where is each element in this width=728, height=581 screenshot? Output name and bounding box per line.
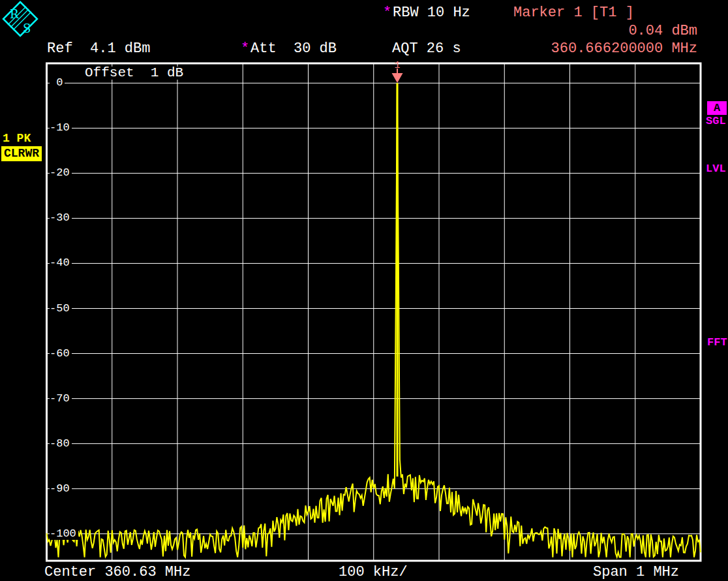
logo-letter-s: S	[23, 22, 31, 35]
y-axis-label: -30	[50, 212, 72, 224]
rbw-readout: RBW 10 Hz	[393, 6, 470, 20]
y-axis-label: -90	[50, 483, 72, 495]
marker-level-readout: 0.04 dBm	[628, 24, 697, 38]
trace-mode-badge: CLRWR	[1, 146, 42, 161]
y-axis-label: -50	[50, 303, 72, 315]
screen-a-badge: A	[707, 101, 727, 115]
aqt-readout: AQT 26 s	[392, 42, 461, 55]
spectrum-plot: 1	[0, 0, 728, 581]
rbw-coupled-star: *	[383, 6, 391, 20]
attenuation-readout: Att 30 dB	[250, 42, 337, 55]
single-sweep-annunciator: SGL	[706, 116, 726, 127]
y-axis-label: 0	[50, 77, 65, 89]
y-axis-label: -70	[50, 393, 72, 405]
marker-frequency-readout: 360.666200000 MHz	[551, 42, 697, 55]
y-axis-label: -80	[50, 438, 72, 450]
y-axis-label: -20	[50, 167, 72, 179]
span-label: Span 1 MHz	[593, 565, 679, 579]
y-axis-label: -100	[50, 528, 78, 540]
marker-1-number: 1	[395, 60, 401, 71]
trace-detector-label: 1 PK	[3, 132, 31, 145]
y-axis-label: -10	[50, 122, 72, 134]
marker-title: Marker 1 [T1 ]	[513, 6, 634, 20]
level-annunciator: LVL	[706, 163, 726, 174]
spectrum-analyzer-screen: { "header": { "rbw_star": "*", "rbw": "R…	[0, 0, 728, 581]
scale-per-division-label: 100 kHz/	[339, 565, 408, 579]
y-axis-label: -40	[50, 257, 72, 269]
ref-offset-label: Offset 1 dB	[82, 67, 186, 80]
ref-level-readout: Ref 4.1 dBm	[47, 42, 150, 55]
fft-annunciator: FFT	[707, 337, 727, 348]
rs-logo-icon: R S	[1, 0, 39, 38]
marker-1-triangle-icon	[392, 73, 403, 83]
center-frequency-label: Center 360.63 MHz	[44, 565, 190, 579]
y-axis-label: -60	[50, 348, 72, 360]
logo-letter-r: R	[10, 7, 19, 21]
att-coupled-star: *	[241, 42, 249, 55]
